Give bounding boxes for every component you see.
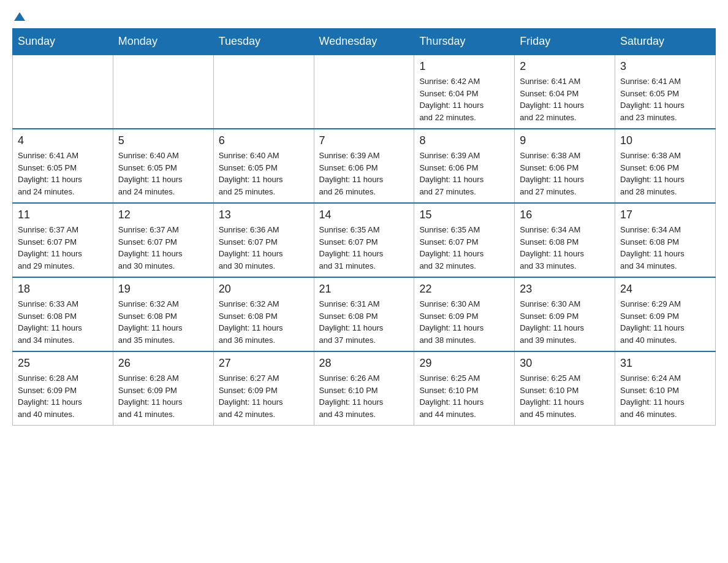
day-number: 9 [520,134,610,147]
calendar-cell: 21Sunrise: 6:31 AMSunset: 6:08 PMDayligh… [314,277,414,351]
logo [12,12,25,18]
day-number: 24 [620,283,710,296]
day-number: 15 [419,209,509,221]
calendar-cell [113,55,213,129]
calendar-cell: 30Sunrise: 6:25 AMSunset: 6:10 PMDayligh… [515,351,615,426]
calendar-cell: 3Sunrise: 6:41 AMSunset: 6:05 PMDaylight… [615,55,716,129]
day-info: Sunrise: 6:28 AMSunset: 6:09 PMDaylight:… [118,372,208,420]
calendar-cell: 16Sunrise: 6:34 AMSunset: 6:08 PMDayligh… [515,203,615,277]
day-number: 16 [520,209,610,221]
calendar-cell: 1Sunrise: 6:42 AMSunset: 6:04 PMDaylight… [414,55,515,129]
calendar-cell: 12Sunrise: 6:37 AMSunset: 6:07 PMDayligh… [113,203,213,277]
calendar-cell: 18Sunrise: 6:33 AMSunset: 6:08 PMDayligh… [13,277,113,351]
calendar-header-row: SundayMondayTuesdayWednesdayThursdayFrid… [13,29,716,55]
day-number: 2 [520,60,610,73]
day-info: Sunrise: 6:30 AMSunset: 6:09 PMDaylight:… [419,298,509,346]
day-info: Sunrise: 6:42 AMSunset: 6:04 PMDaylight:… [419,75,509,123]
day-info: Sunrise: 6:31 AMSunset: 6:08 PMDaylight:… [319,298,409,346]
day-info: Sunrise: 6:38 AMSunset: 6:06 PMDaylight:… [520,150,610,197]
day-info: Sunrise: 6:25 AMSunset: 6:10 PMDaylight:… [419,372,509,420]
day-number: 18 [18,283,108,296]
day-info: Sunrise: 6:41 AMSunset: 6:05 PMDaylight:… [620,75,710,123]
calendar-cell: 29Sunrise: 6:25 AMSunset: 6:10 PMDayligh… [414,351,515,426]
day-info: Sunrise: 6:35 AMSunset: 6:07 PMDaylight:… [319,224,409,272]
day-of-week-header: Friday [515,29,615,55]
day-info: Sunrise: 6:33 AMSunset: 6:08 PMDaylight:… [18,298,108,346]
calendar-cell [13,55,113,129]
day-info: Sunrise: 6:40 AMSunset: 6:05 PMDaylight:… [118,150,208,197]
day-info: Sunrise: 6:41 AMSunset: 6:04 PMDaylight:… [520,75,610,123]
calendar-cell [314,55,414,129]
day-number: 13 [219,209,309,221]
day-info: Sunrise: 6:29 AMSunset: 6:09 PMDaylight:… [620,298,710,346]
calendar-cell: 15Sunrise: 6:35 AMSunset: 6:07 PMDayligh… [414,203,515,277]
calendar-cell: 10Sunrise: 6:38 AMSunset: 6:06 PMDayligh… [615,129,716,203]
calendar-cell: 25Sunrise: 6:28 AMSunset: 6:09 PMDayligh… [13,351,113,426]
day-info: Sunrise: 6:25 AMSunset: 6:10 PMDaylight:… [520,372,610,420]
day-of-week-header: Wednesday [314,29,414,55]
day-number: 17 [620,209,710,221]
calendar-cell: 17Sunrise: 6:34 AMSunset: 6:08 PMDayligh… [615,203,716,277]
day-number: 12 [118,209,208,221]
calendar-cell: 28Sunrise: 6:26 AMSunset: 6:10 PMDayligh… [314,351,414,426]
day-number: 10 [620,134,710,147]
day-info: Sunrise: 6:34 AMSunset: 6:08 PMDaylight:… [520,224,610,272]
calendar-cell: 27Sunrise: 6:27 AMSunset: 6:09 PMDayligh… [213,351,314,426]
day-number: 14 [319,209,409,221]
day-number: 3 [620,60,710,73]
day-number: 25 [18,357,108,370]
day-number: 23 [520,283,610,296]
day-number: 5 [118,134,208,147]
calendar-cell: 11Sunrise: 6:37 AMSunset: 6:07 PMDayligh… [13,203,113,277]
day-number: 8 [419,134,509,147]
calendar-cell: 6Sunrise: 6:40 AMSunset: 6:05 PMDaylight… [213,129,314,203]
day-number: 21 [319,283,409,296]
day-number: 19 [118,283,208,296]
day-of-week-header: Thursday [414,29,515,55]
calendar-cell: 13Sunrise: 6:36 AMSunset: 6:07 PMDayligh… [213,203,314,277]
calendar-cell: 26Sunrise: 6:28 AMSunset: 6:09 PMDayligh… [113,351,213,426]
calendar-cell: 23Sunrise: 6:30 AMSunset: 6:09 PMDayligh… [515,277,615,351]
day-number: 20 [219,283,309,296]
day-number: 31 [620,357,710,370]
calendar-cell: 31Sunrise: 6:24 AMSunset: 6:10 PMDayligh… [615,351,716,426]
day-number: 11 [18,209,108,221]
day-info: Sunrise: 6:36 AMSunset: 6:07 PMDaylight:… [219,224,309,272]
calendar-cell: 2Sunrise: 6:41 AMSunset: 6:04 PMDaylight… [515,55,615,129]
day-number: 26 [118,357,208,370]
calendar-cell: 20Sunrise: 6:32 AMSunset: 6:08 PMDayligh… [213,277,314,351]
day-of-week-header: Monday [113,29,213,55]
day-info: Sunrise: 6:32 AMSunset: 6:08 PMDaylight:… [219,298,309,346]
calendar-cell: 4Sunrise: 6:41 AMSunset: 6:05 PMDaylight… [13,129,113,203]
page-header [12,12,716,18]
day-info: Sunrise: 6:40 AMSunset: 6:05 PMDaylight:… [219,150,309,197]
day-number: 6 [219,134,309,147]
day-info: Sunrise: 6:34 AMSunset: 6:08 PMDaylight:… [620,224,710,272]
day-info: Sunrise: 6:41 AMSunset: 6:05 PMDaylight:… [18,150,108,197]
day-info: Sunrise: 6:37 AMSunset: 6:07 PMDaylight:… [18,224,108,272]
day-info: Sunrise: 6:26 AMSunset: 6:10 PMDaylight:… [319,372,409,420]
calendar-cell: 5Sunrise: 6:40 AMSunset: 6:05 PMDaylight… [113,129,213,203]
day-info: Sunrise: 6:32 AMSunset: 6:08 PMDaylight:… [118,298,208,346]
calendar-cell: 14Sunrise: 6:35 AMSunset: 6:07 PMDayligh… [314,203,414,277]
calendar-cell: 24Sunrise: 6:29 AMSunset: 6:09 PMDayligh… [615,277,716,351]
week-row: 4Sunrise: 6:41 AMSunset: 6:05 PMDaylight… [13,129,716,203]
calendar-cell: 22Sunrise: 6:30 AMSunset: 6:09 PMDayligh… [414,277,515,351]
day-number: 22 [419,283,509,296]
calendar-cell: 19Sunrise: 6:32 AMSunset: 6:08 PMDayligh… [113,277,213,351]
day-info: Sunrise: 6:39 AMSunset: 6:06 PMDaylight:… [319,150,409,197]
day-number: 28 [319,357,409,370]
day-number: 29 [419,357,509,370]
day-info: Sunrise: 6:28 AMSunset: 6:09 PMDaylight:… [18,372,108,420]
day-of-week-header: Sunday [13,29,113,55]
day-number: 27 [219,357,309,370]
week-row: 11Sunrise: 6:37 AMSunset: 6:07 PMDayligh… [13,203,716,277]
day-info: Sunrise: 6:35 AMSunset: 6:07 PMDaylight:… [419,224,509,272]
day-number: 7 [319,134,409,147]
week-row: 25Sunrise: 6:28 AMSunset: 6:09 PMDayligh… [13,351,716,426]
day-number: 1 [419,60,509,73]
day-number: 30 [520,357,610,370]
calendar-table: SundayMondayTuesdayWednesdayThursdayFrid… [12,28,716,426]
day-info: Sunrise: 6:39 AMSunset: 6:06 PMDaylight:… [419,150,509,197]
week-row: 18Sunrise: 6:33 AMSunset: 6:08 PMDayligh… [13,277,716,351]
